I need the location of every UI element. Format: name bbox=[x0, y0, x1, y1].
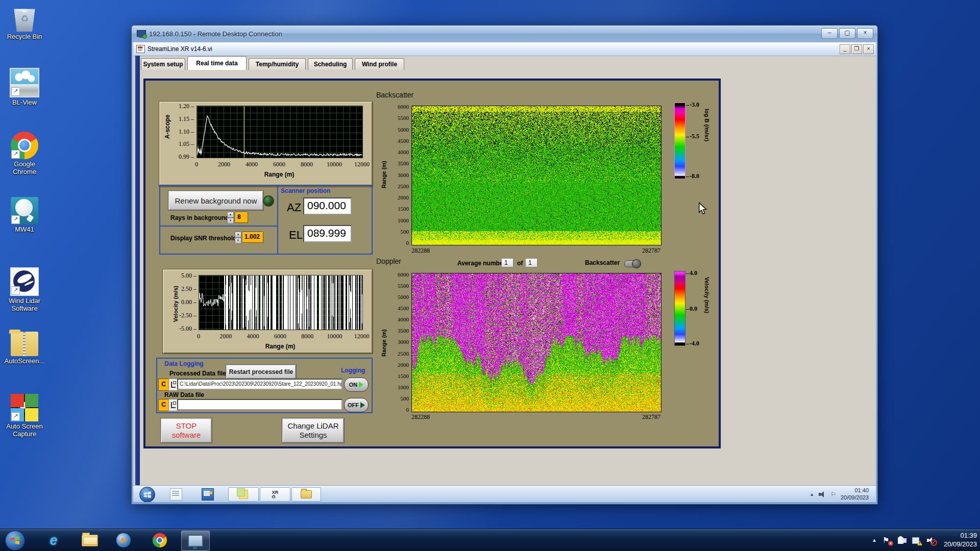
power-plug-icon[interactable] bbox=[897, 536, 906, 545]
desktop-icon-chrome[interactable]: ↗Google Chrome bbox=[2, 132, 47, 176]
app-minimize-button[interactable]: _ bbox=[840, 44, 850, 54]
snr-value-field[interactable]: 1.002 bbox=[242, 232, 263, 243]
app-close-button[interactable]: × bbox=[863, 44, 874, 54]
backscatter-heatmap[interactable] bbox=[411, 106, 662, 245]
tick-label: 500 bbox=[401, 229, 409, 235]
average-number-label: Average number bbox=[457, 260, 505, 267]
recycle-icon bbox=[11, 4, 38, 32]
rays-value-field[interactable]: 8 bbox=[235, 212, 248, 223]
rdc-minimize-button[interactable]: – bbox=[821, 28, 838, 39]
doppler-cb-tick-min: -4.0 bbox=[686, 340, 699, 347]
restart-processed-file-button[interactable]: Restart processed file bbox=[226, 365, 296, 379]
doppler-x-left: 282288 bbox=[411, 413, 430, 421]
raw-logging-off-toggle[interactable]: OFF bbox=[344, 398, 369, 412]
clock[interactable]: 01:3920/09/2023 bbox=[944, 532, 977, 549]
processed-drive-selector[interactable]: C bbox=[158, 379, 169, 391]
app-restore-button[interactable]: ❐ bbox=[851, 44, 862, 54]
remote-system-tray: ▲ ⚐ 01:4020/09/2023 bbox=[810, 486, 869, 502]
doppler-colorbar[interactable] bbox=[674, 271, 685, 346]
remote-volume-icon[interactable] bbox=[819, 491, 826, 497]
average-total-field[interactable]: 1 bbox=[525, 258, 537, 267]
app-titlebar[interactable]: StreamLine XR v14-6.vi _ ❐ × bbox=[133, 42, 876, 56]
folder-icon bbox=[301, 490, 312, 498]
network-warning-icon[interactable] bbox=[912, 536, 921, 545]
tick-label: 10000 bbox=[327, 333, 342, 340]
tab-scheduling[interactable]: Scheduling bbox=[308, 58, 353, 70]
tab-wind-profile[interactable]: Wind profile bbox=[355, 58, 404, 70]
media-player-icon[interactable] bbox=[115, 532, 132, 548]
labview-vi-icon bbox=[136, 45, 145, 53]
remote-desktop-icon bbox=[137, 30, 146, 38]
remote-task-streamline-xr[interactable]: XR⎙ bbox=[260, 487, 290, 502]
app-title: StreamLine XR v14-6.vi bbox=[148, 45, 212, 53]
backscatter-x-right: 282787 bbox=[630, 247, 660, 255]
rdc-maximize-button[interactable]: ▢ bbox=[839, 28, 855, 39]
tick-label: 5500 bbox=[398, 283, 409, 289]
backscatter-doppler-toggle[interactable] bbox=[624, 260, 641, 267]
tick-label: 6000 bbox=[398, 271, 409, 278]
desktop-icon-recycle[interactable]: Recycle Bin bbox=[2, 4, 47, 41]
remote-action-center-icon[interactable]: ⚐ bbox=[830, 491, 836, 497]
backscatter-cb-tick-mid: -5.5 bbox=[686, 133, 699, 140]
tick-label: 2000 bbox=[218, 161, 230, 168]
az-value-field[interactable]: 090.000 bbox=[303, 197, 352, 215]
raw-drive-selector[interactable]: C bbox=[158, 399, 169, 411]
el-value-field[interactable]: 089.999 bbox=[303, 225, 352, 242]
backscatter-colorbar[interactable] bbox=[674, 103, 685, 179]
tab-real-time-data[interactable]: Real time data bbox=[187, 56, 247, 70]
doppler-cb-tick-max: 4.0 bbox=[686, 269, 697, 277]
processed-path-field[interactable]: C:\Lidar\Data\Proc\2023\202309\20230920\… bbox=[177, 379, 342, 390]
tray-expand-icon[interactable]: ▲ bbox=[872, 537, 877, 543]
tick-label: 2000 bbox=[219, 333, 232, 340]
rdc-close-button[interactable]: × bbox=[857, 28, 873, 39]
desktop-icon-zip[interactable]: AutoScreen... bbox=[2, 330, 47, 365]
remote-task-sticky-notes[interactable] bbox=[228, 487, 259, 502]
tick-label: -2.50 bbox=[179, 312, 197, 318]
explorer-folder-icon[interactable] bbox=[82, 532, 98, 548]
average-number-field[interactable]: 1 bbox=[501, 258, 513, 267]
internet-explorer-icon[interactable]: e bbox=[45, 532, 62, 548]
raw-path-field[interactable] bbox=[177, 399, 342, 410]
data-logging-box: Data Logging Processed Data file Restart… bbox=[156, 358, 373, 413]
snr-spinner[interactable]: ▲▼ bbox=[235, 232, 241, 243]
tick-label: 1.05 bbox=[179, 141, 194, 147]
start-button[interactable] bbox=[5, 531, 25, 550]
doppler-heatmap[interactable] bbox=[411, 273, 662, 412]
tick-label: 0 bbox=[406, 407, 409, 413]
backscatter-x-left: 282288 bbox=[411, 247, 430, 255]
rays-spinner[interactable]: ▲▼ bbox=[227, 212, 234, 223]
desktop-icon-label: MW41 bbox=[2, 226, 47, 234]
desktop-icon-label: Auto Screen Capture bbox=[2, 423, 47, 438]
renew-background-button[interactable]: Renew background now bbox=[168, 191, 263, 210]
rdc-titlebar[interactable]: 192.168.0.150 - Remote Desktop Connectio… bbox=[132, 26, 877, 42]
notepad-icon[interactable] bbox=[170, 488, 182, 500]
processed-path-browse-icon[interactable] bbox=[168, 379, 178, 391]
tab-system-setup[interactable]: System setup bbox=[141, 58, 185, 70]
remote-tray-expand-icon[interactable]: ▲ bbox=[810, 492, 814, 497]
processed-logging-on-toggle[interactable]: ON bbox=[344, 378, 369, 392]
desktop-icon-blview[interactable]: ↗BL-View bbox=[2, 68, 47, 107]
desktop-icon-mw41[interactable]: ↗MW41 bbox=[2, 197, 47, 234]
tab-temp-humidity[interactable]: Temp/humidity bbox=[249, 58, 306, 70]
rdc-window: 192.168.0.150 - Remote Desktop Connectio… bbox=[131, 25, 878, 505]
raw-path-browse-icon[interactable] bbox=[168, 399, 178, 411]
xr-app-icon: XR⎙ bbox=[272, 490, 279, 499]
ascope-plot[interactable] bbox=[197, 106, 363, 158]
remote-task-explorer[interactable] bbox=[291, 487, 321, 502]
rdp-taskbar-button[interactable] bbox=[181, 531, 210, 551]
change-lidar-settings-button[interactable]: Change LiDARSettings bbox=[282, 418, 344, 443]
display-settings-icon[interactable] bbox=[202, 488, 214, 500]
tick-label: 8000 bbox=[301, 161, 313, 168]
chrome-icon[interactable] bbox=[152, 532, 168, 548]
remote-start-button[interactable] bbox=[139, 487, 155, 502]
system-tray: ▲ ⚑ 01:3920/09/2023 bbox=[872, 529, 977, 551]
stop-software-button[interactable]: STOPsoftware bbox=[161, 418, 212, 443]
volume-muted-icon[interactable] bbox=[927, 536, 936, 545]
raw-data-file-label: RAW Data file bbox=[164, 391, 204, 398]
action-center-alert-icon[interactable]: ⚑ bbox=[883, 536, 892, 545]
remote-clock[interactable]: 01:4020/09/2023 bbox=[841, 487, 869, 502]
ascope-yticks: 1.201.151.101.050.99 bbox=[172, 103, 194, 160]
desktop-icon-asc[interactable]: ↗Auto Screen Capture bbox=[2, 394, 47, 438]
desktop-icon-wind[interactable]: ↗Wind Lidar Software bbox=[2, 267, 47, 313]
velocity-plot[interactable] bbox=[199, 275, 363, 330]
